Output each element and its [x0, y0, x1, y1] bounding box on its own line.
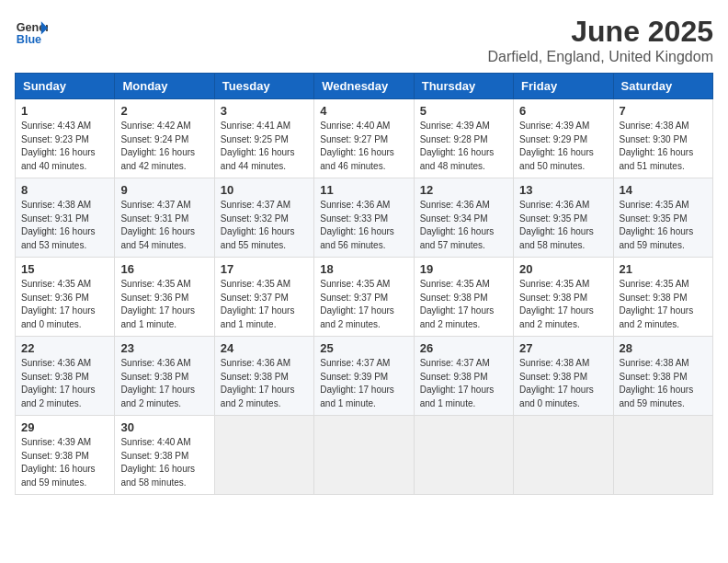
- header: General Blue June 2025 Darfield, England…: [15, 15, 713, 65]
- day-info: Sunrise: 4:35 AM Sunset: 9:37 PM Dayligh…: [221, 278, 308, 331]
- day-number: 28: [620, 341, 707, 355]
- day-number: 29: [21, 420, 108, 434]
- day-info: Sunrise: 4:36 AM Sunset: 9:33 PM Dayligh…: [320, 199, 407, 252]
- day-number: 1: [21, 104, 108, 118]
- calendar-cell: 11Sunrise: 4:36 AM Sunset: 9:33 PM Dayli…: [314, 178, 414, 258]
- logo-icon: General Blue: [15, 15, 48, 48]
- location-title: Darfield, England, United Kingdom: [488, 49, 713, 65]
- day-info: Sunrise: 4:39 AM Sunset: 9:28 PM Dayligh…: [420, 120, 507, 173]
- day-number: 23: [120, 341, 208, 355]
- calendar-week-row: 15Sunrise: 4:35 AM Sunset: 9:36 PM Dayli…: [16, 258, 713, 337]
- day-number: 19: [420, 262, 507, 276]
- logo: General Blue: [15, 15, 48, 48]
- calendar-cell: 18Sunrise: 4:35 AM Sunset: 9:37 PM Dayli…: [314, 258, 414, 337]
- day-number: 16: [120, 262, 208, 276]
- calendar-cell: 24Sunrise: 4:36 AM Sunset: 9:38 PM Dayli…: [214, 337, 313, 416]
- day-info: Sunrise: 4:35 AM Sunset: 9:38 PM Dayligh…: [420, 278, 507, 331]
- svg-text:Blue: Blue: [17, 33, 41, 46]
- calendar-cell: [214, 416, 313, 495]
- day-info: Sunrise: 4:36 AM Sunset: 9:38 PM Dayligh…: [221, 357, 308, 410]
- calendar-cell: 10Sunrise: 4:37 AM Sunset: 9:32 PM Dayli…: [214, 178, 313, 258]
- calendar-cell: [414, 416, 513, 495]
- day-info: Sunrise: 4:37 AM Sunset: 9:38 PM Dayligh…: [420, 357, 507, 410]
- header-friday: Friday: [514, 74, 613, 99]
- header-sunday: Sunday: [16, 74, 115, 99]
- calendar-cell: 14Sunrise: 4:35 AM Sunset: 9:35 PM Dayli…: [613, 178, 712, 258]
- title-area: June 2025 Darfield, England, United King…: [488, 15, 713, 65]
- calendar-cell: 29Sunrise: 4:39 AM Sunset: 9:38 PM Dayli…: [16, 416, 115, 495]
- day-info: Sunrise: 4:43 AM Sunset: 9:23 PM Dayligh…: [21, 120, 108, 173]
- calendar-cell: 8Sunrise: 4:38 AM Sunset: 9:31 PM Daylig…: [16, 178, 115, 258]
- day-info: Sunrise: 4:35 AM Sunset: 9:36 PM Dayligh…: [21, 278, 108, 331]
- day-number: 12: [420, 183, 507, 197]
- calendar-cell: 3Sunrise: 4:41 AM Sunset: 9:25 PM Daylig…: [214, 99, 313, 178]
- day-number: 4: [320, 104, 407, 118]
- calendar-cell: 4Sunrise: 4:40 AM Sunset: 9:27 PM Daylig…: [314, 99, 414, 178]
- day-number: 7: [620, 104, 707, 118]
- day-info: Sunrise: 4:35 AM Sunset: 9:37 PM Dayligh…: [320, 278, 407, 331]
- day-info: Sunrise: 4:38 AM Sunset: 9:38 PM Dayligh…: [519, 357, 607, 410]
- day-number: 30: [120, 420, 208, 434]
- day-info: Sunrise: 4:40 AM Sunset: 9:38 PM Dayligh…: [120, 436, 208, 489]
- day-number: 5: [420, 104, 507, 118]
- day-number: 10: [221, 183, 308, 197]
- calendar-cell: 15Sunrise: 4:35 AM Sunset: 9:36 PM Dayli…: [16, 258, 115, 337]
- calendar-cell: 28Sunrise: 4:38 AM Sunset: 9:38 PM Dayli…: [613, 337, 712, 416]
- day-number: 9: [120, 183, 208, 197]
- day-info: Sunrise: 4:42 AM Sunset: 9:24 PM Dayligh…: [120, 120, 208, 173]
- calendar-week-row: 1Sunrise: 4:43 AM Sunset: 9:23 PM Daylig…: [16, 99, 713, 178]
- day-number: 20: [519, 262, 607, 276]
- calendar-cell: 12Sunrise: 4:36 AM Sunset: 9:34 PM Dayli…: [414, 178, 513, 258]
- header-thursday: Thursday: [414, 74, 513, 99]
- calendar-cell: 27Sunrise: 4:38 AM Sunset: 9:38 PM Dayli…: [514, 337, 613, 416]
- calendar-cell: 9Sunrise: 4:37 AM Sunset: 9:31 PM Daylig…: [115, 178, 214, 258]
- calendar-cell: 21Sunrise: 4:35 AM Sunset: 9:38 PM Dayli…: [613, 258, 712, 337]
- day-info: Sunrise: 4:40 AM Sunset: 9:27 PM Dayligh…: [320, 120, 407, 173]
- day-number: 22: [21, 341, 108, 355]
- calendar-cell: 25Sunrise: 4:37 AM Sunset: 9:39 PM Dayli…: [314, 337, 414, 416]
- day-number: 26: [420, 341, 507, 355]
- day-number: 25: [320, 341, 407, 355]
- day-number: 24: [221, 341, 308, 355]
- calendar-cell: 20Sunrise: 4:35 AM Sunset: 9:38 PM Dayli…: [514, 258, 613, 337]
- day-info: Sunrise: 4:37 AM Sunset: 9:39 PM Dayligh…: [320, 357, 407, 410]
- day-info: Sunrise: 4:35 AM Sunset: 9:38 PM Dayligh…: [519, 278, 607, 331]
- calendar-cell: 2Sunrise: 4:42 AM Sunset: 9:24 PM Daylig…: [115, 99, 214, 178]
- calendar-cell: 6Sunrise: 4:39 AM Sunset: 9:29 PM Daylig…: [514, 99, 613, 178]
- day-info: Sunrise: 4:36 AM Sunset: 9:35 PM Dayligh…: [519, 199, 607, 252]
- calendar-week-row: 29Sunrise: 4:39 AM Sunset: 9:38 PM Dayli…: [16, 416, 713, 495]
- calendar-cell: 1Sunrise: 4:43 AM Sunset: 9:23 PM Daylig…: [16, 99, 115, 178]
- calendar-week-row: 22Sunrise: 4:36 AM Sunset: 9:38 PM Dayli…: [16, 337, 713, 416]
- day-info: Sunrise: 4:41 AM Sunset: 9:25 PM Dayligh…: [221, 120, 308, 173]
- day-info: Sunrise: 4:37 AM Sunset: 9:32 PM Dayligh…: [221, 199, 308, 252]
- day-info: Sunrise: 4:38 AM Sunset: 9:31 PM Dayligh…: [21, 199, 108, 252]
- calendar-cell: 16Sunrise: 4:35 AM Sunset: 9:36 PM Dayli…: [115, 258, 214, 337]
- day-number: 14: [620, 183, 707, 197]
- day-number: 13: [519, 183, 607, 197]
- header-tuesday: Tuesday: [214, 74, 313, 99]
- day-info: Sunrise: 4:36 AM Sunset: 9:34 PM Dayligh…: [420, 199, 507, 252]
- calendar-week-row: 8Sunrise: 4:38 AM Sunset: 9:31 PM Daylig…: [16, 178, 713, 258]
- day-number: 11: [320, 183, 407, 197]
- day-number: 17: [221, 262, 308, 276]
- day-number: 18: [320, 262, 407, 276]
- header-monday: Monday: [115, 74, 214, 99]
- header-wednesday: Wednesday: [314, 74, 414, 99]
- day-info: Sunrise: 4:37 AM Sunset: 9:31 PM Dayligh…: [120, 199, 208, 252]
- day-info: Sunrise: 4:39 AM Sunset: 9:38 PM Dayligh…: [21, 436, 108, 489]
- day-info: Sunrise: 4:35 AM Sunset: 9:35 PM Dayligh…: [620, 199, 707, 252]
- day-number: 3: [221, 104, 308, 118]
- calendar-cell: 5Sunrise: 4:39 AM Sunset: 9:28 PM Daylig…: [414, 99, 513, 178]
- day-number: 27: [519, 341, 607, 355]
- day-info: Sunrise: 4:35 AM Sunset: 9:38 PM Dayligh…: [620, 278, 707, 331]
- day-number: 6: [519, 104, 607, 118]
- month-title: June 2025: [488, 15, 713, 49]
- day-number: 8: [21, 183, 108, 197]
- calendar-cell: 22Sunrise: 4:36 AM Sunset: 9:38 PM Dayli…: [16, 337, 115, 416]
- day-info: Sunrise: 4:36 AM Sunset: 9:38 PM Dayligh…: [21, 357, 108, 410]
- header-saturday: Saturday: [613, 74, 712, 99]
- day-info: Sunrise: 4:38 AM Sunset: 9:30 PM Dayligh…: [620, 120, 707, 173]
- day-info: Sunrise: 4:35 AM Sunset: 9:36 PM Dayligh…: [120, 278, 208, 331]
- calendar-cell: 7Sunrise: 4:38 AM Sunset: 9:30 PM Daylig…: [613, 99, 712, 178]
- calendar-cell: 19Sunrise: 4:35 AM Sunset: 9:38 PM Dayli…: [414, 258, 513, 337]
